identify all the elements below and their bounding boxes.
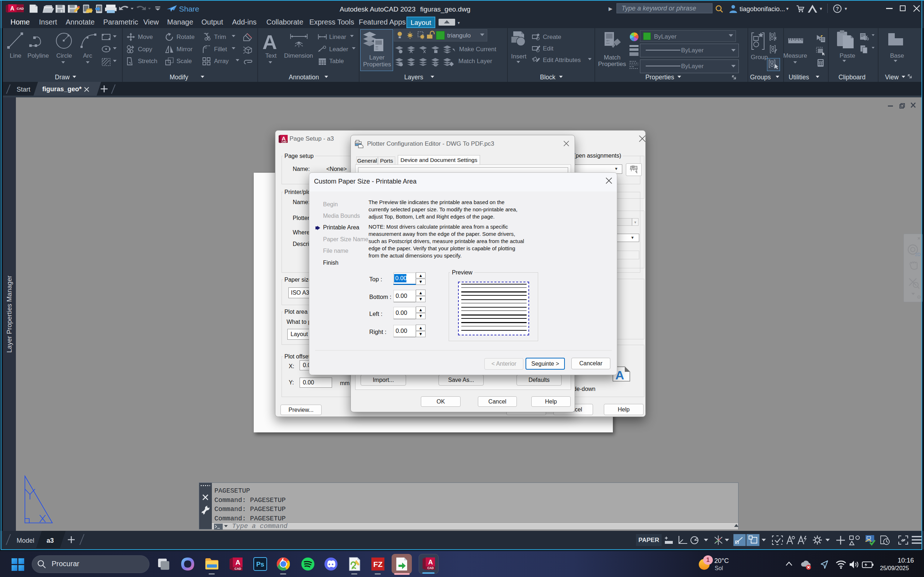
svg-text:Ps: Ps [256,561,264,568]
svg-text:CAD: CAD [427,567,434,570]
svg-text:A: A [428,559,433,566]
svg-text:A: A [235,559,241,566]
svg-text:FZ: FZ [373,560,383,568]
svg-text:CAD: CAD [234,567,241,571]
